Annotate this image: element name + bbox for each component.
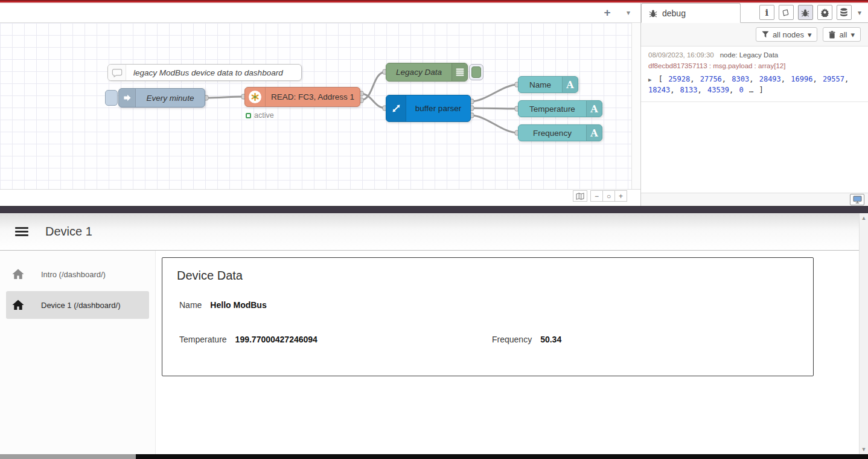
dashboard-scrollbar[interactable]: ▲ ▼ bbox=[859, 213, 868, 454]
name-label: Name bbox=[179, 300, 202, 310]
temperature-label: Temperature bbox=[179, 335, 227, 344]
debug-message: 08/09/2023, 16:09:30node: Legacy Data df… bbox=[641, 47, 868, 102]
sidebar-item-label: Intro (/dashboard/) bbox=[41, 270, 106, 279]
home-icon bbox=[12, 300, 24, 310]
sidebar-item-device-1[interactable]: Device 1 (/dashboard/) bbox=[6, 291, 149, 319]
tab-debug[interactable]: debug bbox=[641, 3, 741, 23]
inject-trigger-button[interactable] bbox=[105, 90, 118, 106]
dashboard-title: Device 1 bbox=[45, 225, 92, 239]
device-data-card: Device Data Name Hello ModBus Temperatur… bbox=[162, 257, 814, 376]
dashboard-window: Device 1 Intro (/dashboard/) Device 1 (/… bbox=[0, 213, 868, 454]
modbus-read-node[interactable]: READ: FC3, Address 1 bbox=[244, 87, 360, 107]
caret-down-icon: ▾ bbox=[850, 30, 855, 39]
scroll-down-icon[interactable]: ▼ bbox=[861, 446, 867, 452]
zoom-in-button[interactable]: + bbox=[614, 190, 627, 202]
dashboard-sidebar: Intro (/dashboard/) Device 1 (/dashboard… bbox=[0, 251, 156, 454]
debug-filter-bar: all nodes ▾ all ▾ bbox=[641, 23, 868, 47]
dashboard-main: Device Data Name Hello ModBus Temperatur… bbox=[156, 251, 868, 454]
inject-arrow-icon bbox=[119, 89, 136, 107]
buffer-parser-arrows-icon bbox=[386, 95, 406, 121]
status-text: active bbox=[254, 111, 274, 120]
caret-down-icon: ▾ bbox=[808, 30, 812, 39]
text-a-icon: A bbox=[590, 103, 598, 115]
bug-icon bbox=[801, 8, 809, 17]
trash-icon bbox=[829, 31, 835, 39]
text-a-icon: A bbox=[566, 79, 573, 91]
ui-text-node-frequency[interactable]: Frequency A bbox=[518, 124, 602, 141]
buffer-parser-node[interactable]: buffer parser bbox=[386, 95, 471, 122]
debug-sidebar: debug i bbox=[641, 3, 868, 206]
modbus-gear-icon bbox=[249, 91, 261, 103]
card-title: Device Data bbox=[177, 269, 243, 283]
debug-console-icon bbox=[452, 63, 467, 81]
zoom-out-button[interactable]: − bbox=[590, 190, 603, 202]
debug-node-legacy-data[interactable]: Legacy Data bbox=[386, 63, 468, 82]
node-red-editor-window: + ▾ bbox=[0, 0, 868, 206]
temperature-value: 199.77000427246094 bbox=[235, 335, 318, 344]
funnel-icon bbox=[762, 31, 769, 38]
ui-text-label: Name bbox=[519, 77, 562, 92]
clear-messages-button[interactable]: all ▾ bbox=[823, 27, 861, 42]
bug-icon bbox=[649, 9, 657, 18]
sidebar-menu-caret[interactable]: ▾ bbox=[856, 8, 863, 17]
sidebar-item-label: Device 1 (/dashboard/) bbox=[41, 301, 121, 310]
flow-list-dropdown[interactable]: ▾ bbox=[616, 8, 640, 17]
filter-nodes-button[interactable]: all nodes ▾ bbox=[756, 27, 818, 42]
menu-toggle-button[interactable] bbox=[15, 225, 28, 239]
database-icon bbox=[840, 8, 848, 17]
debug-enable-toggle[interactable] bbox=[469, 64, 483, 80]
comment-node[interactable]: legacy ModBus device data to dashboard bbox=[107, 64, 302, 81]
name-value: Hello ModBus bbox=[210, 300, 266, 310]
debug-msg-path: df8ecbd817357113 : msg.payload : array[1… bbox=[648, 62, 861, 69]
modbus-status: active bbox=[246, 111, 274, 120]
gear-icon bbox=[820, 8, 829, 17]
dashboard-header: Device 1 bbox=[0, 213, 868, 251]
bottom-edge-strip bbox=[0, 454, 868, 459]
sidebar-tab-bar: debug i bbox=[641, 3, 868, 23]
add-flow-button[interactable]: + bbox=[598, 6, 616, 19]
debug-message-list: 08/09/2023, 16:09:30node: Legacy Data df… bbox=[641, 47, 868, 193]
inject-node-label: Every minute bbox=[136, 89, 205, 107]
flow-canvas[interactable]: legacy ModBus device data to dashboard E… bbox=[0, 23, 631, 189]
flow-tab-bar: + ▾ bbox=[0, 3, 640, 23]
navigator-map-button[interactable] bbox=[573, 190, 587, 202]
book-icon bbox=[782, 8, 790, 17]
text-a-icon: A bbox=[590, 127, 598, 139]
workspace-footer: − ○ + bbox=[0, 189, 640, 202]
scroll-up-icon[interactable]: ▲ bbox=[861, 215, 867, 221]
ui-text-node-temperature[interactable]: Temperature A bbox=[518, 100, 602, 117]
sidebar-item-intro[interactable]: Intro (/dashboard/) bbox=[6, 260, 149, 288]
tab-info-button[interactable]: i bbox=[759, 5, 774, 20]
ui-text-node-name[interactable]: Name A bbox=[518, 76, 578, 93]
tab-context-button[interactable] bbox=[837, 5, 852, 20]
window-divider bbox=[0, 206, 868, 213]
canvas-scrollbar-gutter[interactable] bbox=[631, 23, 640, 189]
inject-node[interactable]: Every minute bbox=[118, 88, 205, 108]
debug-timestamp: 08/09/2023, 16:09:30 bbox=[648, 51, 714, 59]
status-square-icon bbox=[246, 113, 251, 118]
tab-debug-label: debug bbox=[662, 8, 686, 18]
comment-bubble-icon bbox=[108, 65, 126, 80]
debug-payload: ▶ [ 25928, 27756, 8303, 28493, 16996, 29… bbox=[648, 74, 861, 95]
frequency-value: 50.34 bbox=[540, 335, 561, 344]
frequency-label: Frequency bbox=[492, 335, 532, 344]
sidebar-footer bbox=[641, 193, 868, 206]
comment-node-label: legacy ModBus device data to dashboard bbox=[126, 65, 301, 80]
modbus-node-label: READ: FC3, Address 1 bbox=[266, 88, 360, 106]
expand-caret-icon[interactable]: ▶ bbox=[648, 77, 651, 83]
debug-source-node: node: Legacy Data bbox=[720, 51, 779, 59]
debug-node-label: Legacy Data bbox=[386, 63, 452, 81]
tab-debug-button[interactable] bbox=[798, 5, 813, 20]
open-debug-window-button[interactable] bbox=[850, 194, 864, 205]
tab-config-button[interactable] bbox=[817, 5, 832, 20]
tab-help-button[interactable] bbox=[779, 5, 794, 20]
buffer-parser-label: buffer parser bbox=[406, 95, 470, 121]
ui-text-label: Frequency bbox=[519, 125, 586, 141]
zoom-reset-button[interactable]: ○ bbox=[602, 190, 615, 202]
monitor-icon bbox=[853, 196, 862, 204]
ui-text-label: Temperature bbox=[519, 101, 586, 117]
home-icon bbox=[12, 269, 24, 280]
